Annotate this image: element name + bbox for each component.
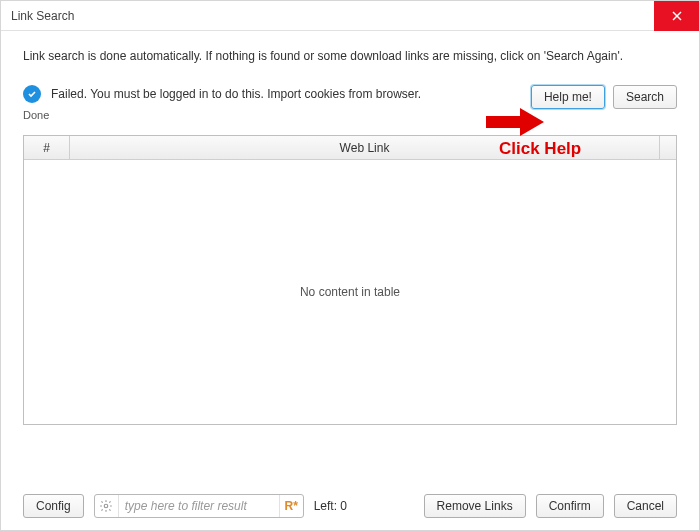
filter-gear-icon[interactable] (95, 495, 119, 517)
results-table: # Web Link No content in table (23, 135, 677, 425)
link-search-dialog: Link Search Link search is done automati… (0, 0, 700, 531)
col-header-scrollspace (660, 136, 676, 159)
filter-regex-icon[interactable]: R* (279, 495, 303, 517)
cancel-button[interactable]: Cancel (614, 494, 677, 518)
table-body: No content in table (24, 160, 676, 424)
filter-box: R* (94, 494, 304, 518)
status-left: Failed. You must be logged in to do this… (23, 85, 521, 121)
col-header-weblink[interactable]: Web Link (70, 136, 660, 159)
close-icon (672, 11, 682, 21)
window-title: Link Search (11, 9, 74, 23)
top-button-group: Help me! Search (531, 85, 677, 109)
titlebar: Link Search (1, 1, 699, 31)
table-header: # Web Link (24, 136, 676, 160)
table-empty-text: No content in table (300, 285, 400, 299)
filter-input[interactable] (119, 495, 279, 517)
footer-bar: Config R* Left: 0 Remove Links Confirm C… (23, 494, 677, 518)
status-done-label: Done (23, 109, 49, 121)
config-button[interactable]: Config (23, 494, 84, 518)
search-button[interactable]: Search (613, 85, 677, 109)
remove-links-button[interactable]: Remove Links (424, 494, 526, 518)
intro-text: Link search is done automatically. If no… (23, 49, 677, 63)
left-count-label: Left: 0 (314, 499, 347, 513)
close-button[interactable] (654, 1, 699, 31)
svg-point-2 (104, 504, 108, 508)
help-button[interactable]: Help me! (531, 85, 605, 109)
confirm-button[interactable]: Confirm (536, 494, 604, 518)
status-check-icon (23, 85, 41, 103)
status-row: Failed. You must be logged in to do this… (23, 85, 677, 121)
col-header-number[interactable]: # (24, 136, 70, 159)
dialog-content: Link search is done automatically. If no… (1, 31, 699, 439)
status-message: Failed. You must be logged in to do this… (51, 87, 421, 101)
